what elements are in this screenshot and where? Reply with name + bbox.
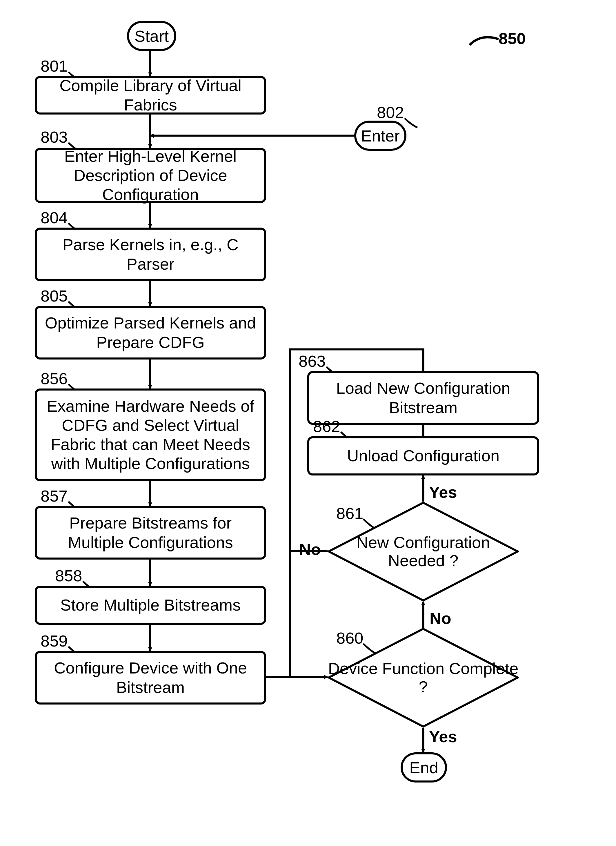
step-859: Configure Device with One Bitstream [35,651,266,705]
step-856-text: Examine Hardware Needs of CDFG and Selec… [40,397,261,473]
step-801-text: Compile Library of Virtual Fabrics [40,76,261,114]
edge-861-yes: Yes [429,483,457,502]
end-terminator: End [400,752,447,783]
ref-862: 862 [313,417,340,436]
start-label: Start [135,27,169,46]
step-804-text: Parse Kernels in, e.g., C Parser [40,235,261,273]
step-804: Parse Kernels in, e.g., C Parser [35,228,266,281]
step-801: Compile Library of Virtual Fabrics [35,76,266,115]
ref-858: 858 [55,566,82,585]
ref-804: 804 [41,208,67,227]
decision-860-text: Device Function Complete ? [327,659,519,696]
step-857-text: Prepare Bitstreams for Multiple Configur… [40,514,261,552]
ref-803: 803 [41,128,67,147]
ref-857: 857 [41,486,67,505]
edge-861-no: No [299,540,321,559]
enter-label: Enter [361,126,400,145]
ref-801: 801 [41,57,67,75]
step-863: Load New Configuration Bitstream [307,371,539,425]
step-857: Prepare Bitstreams for Multiple Configur… [35,506,266,560]
step-805-text: Optimize Parsed Kernels and Prepare CDFG [40,313,261,352]
step-858-text: Store Multiple Bitstreams [60,595,241,615]
ref-863: 863 [299,352,326,370]
step-856: Examine Hardware Needs of CDFG and Selec… [35,389,266,481]
step-805: Optimize Parsed Kernels and Prepare CDFG [35,306,266,360]
end-label: End [409,758,438,777]
ref-860: 860 [336,629,363,648]
edge-860-no: No [430,609,451,628]
step-859-text: Configure Device with One Bitstream [40,658,261,697]
step-803: Enter High-Level Kernel Description of D… [35,148,266,203]
flowchart-canvas: Start Enter End Compile Library of Virtu… [0,0,616,846]
step-862-text: Unload Configuration [347,446,499,465]
step-803-text: Enter High-Level Kernel Description of D… [40,147,261,204]
ref-802: 802 [377,103,404,122]
step-862: Unload Configuration [307,436,539,476]
step-863-text: Load New Configuration Bitstream [313,379,534,417]
ref-805: 805 [41,286,67,305]
ref-861: 861 [336,504,363,523]
enter-terminator: Enter [354,120,406,151]
edge-860-yes: Yes [429,727,457,746]
ref-856: 856 [41,369,67,388]
step-858: Store Multiple Bitstreams [35,586,266,625]
decision-861-text: New Configuration Needed ? [327,533,519,570]
start-terminator: Start [127,21,176,51]
ref-859: 859 [41,632,67,650]
figure-ref: 850 [499,29,525,48]
